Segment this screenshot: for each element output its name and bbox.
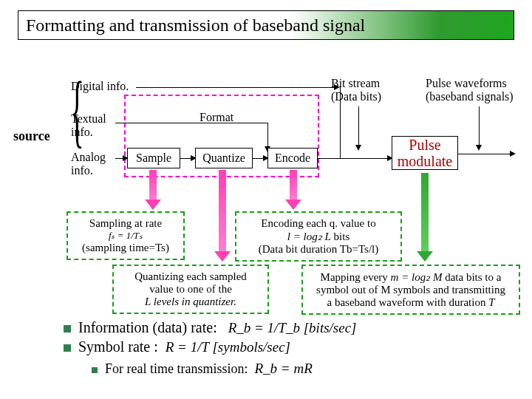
encoding-eq-line: l = log₂ L bits xyxy=(242,230,395,243)
info-rate-eq: R_b = 1/T_b [bits/sec] xyxy=(228,320,357,335)
quant-l2: value to one of the xyxy=(120,283,262,296)
sampling-l2: (sampling time=Ts) xyxy=(74,242,177,254)
textual-flow-line xyxy=(115,123,267,123)
analog-info-label: Analog info. xyxy=(71,151,115,177)
encoding-l2: (Data bit duration Tb=Ts/l) xyxy=(242,243,395,256)
quant-l1: Quantizing each sampled xyxy=(120,270,262,283)
pulsewave-pointer xyxy=(479,106,480,146)
title-bar: Formatting and transmission of baseband … xyxy=(18,10,514,40)
pulse-modulate-block: Pulse modulate xyxy=(392,136,458,170)
map-l3: a baseband waveform with duration T xyxy=(309,296,513,309)
realtime-bullet: For real time transmission: R_b = mR xyxy=(92,361,313,377)
page-title: Formatting and transmission of baseband … xyxy=(26,16,365,35)
pulse-l2: modulate xyxy=(398,153,452,169)
symbol-rate-eq: R = 1/T [symbols/sec] xyxy=(166,339,290,355)
textual-info-label: Textual info. xyxy=(71,112,115,139)
sample-block: Sample xyxy=(127,148,180,168)
pulsewave-label: Pulse waveforms (baseband signals) xyxy=(426,77,514,103)
symbol-rate-bullet: Symbol rate : R = 1/T [symbols/sec] xyxy=(64,338,290,355)
encode-block: Encode xyxy=(267,148,318,168)
encoding-bits: bits xyxy=(331,231,349,242)
arrow-down-icon xyxy=(355,145,361,151)
pulsewave-l2: (baseband signals) xyxy=(426,90,514,103)
pink-arrow-icon xyxy=(219,170,226,253)
encoding-l1: Encoding each q. value to xyxy=(242,217,395,230)
encoding-eq: l = log₂ L xyxy=(287,231,331,242)
bitstream-l1: Bit stream xyxy=(331,77,380,89)
pink-arrow-icon xyxy=(290,170,297,201)
bitstream-l2: (Data bits) xyxy=(331,90,381,103)
sampling-note: Sampling at rate fₛ = 1/Tₛ (sampling tim… xyxy=(66,211,185,260)
map-l1: Mapping every m = log₂ M data bits to a xyxy=(309,270,513,284)
quant-l3: L levels in quantizer. xyxy=(120,296,262,308)
realtime-eq: R_b = mR xyxy=(254,361,312,376)
bullet-icon xyxy=(64,325,71,332)
bullet-icon xyxy=(64,344,71,352)
mapping-note: Mapping every m = log₂ M data bits to a … xyxy=(301,265,520,315)
digital-flow-line xyxy=(136,87,335,88)
pulse-l1: Pulse xyxy=(409,137,440,153)
textual-flow-vline xyxy=(267,123,268,148)
digital-info-label: Digital info. xyxy=(71,80,129,93)
output-flow-line xyxy=(458,154,513,154)
arrow-icon xyxy=(510,151,516,157)
encoding-note: Encoding each q. value to l = log₂ L bit… xyxy=(235,211,402,262)
bitstream-label: Bit stream (Data bits) xyxy=(331,77,381,103)
bitstream-pointer xyxy=(358,106,359,146)
quantize-block: Quantize xyxy=(195,148,253,168)
pink-arrow-icon xyxy=(149,170,157,201)
flow-line xyxy=(318,158,390,159)
sampling-l1: Sampling at rate xyxy=(74,217,177,230)
bullet-icon xyxy=(92,367,98,373)
quantizing-note: Quantizing each sampled value to one of … xyxy=(112,265,269,314)
map-l2: symbol out of M symbols and transmitting xyxy=(309,284,513,296)
pulsewave-l1: Pulse waveforms xyxy=(426,77,507,89)
green-arrow-icon xyxy=(421,173,429,253)
source-label: source xyxy=(13,129,50,144)
sampling-eq: fₛ = 1/Tₛ xyxy=(74,230,177,242)
info-rate-bullet: Information (data) rate: R_b = 1/T_b [bi… xyxy=(64,319,357,336)
arrow-down-icon xyxy=(476,145,482,151)
